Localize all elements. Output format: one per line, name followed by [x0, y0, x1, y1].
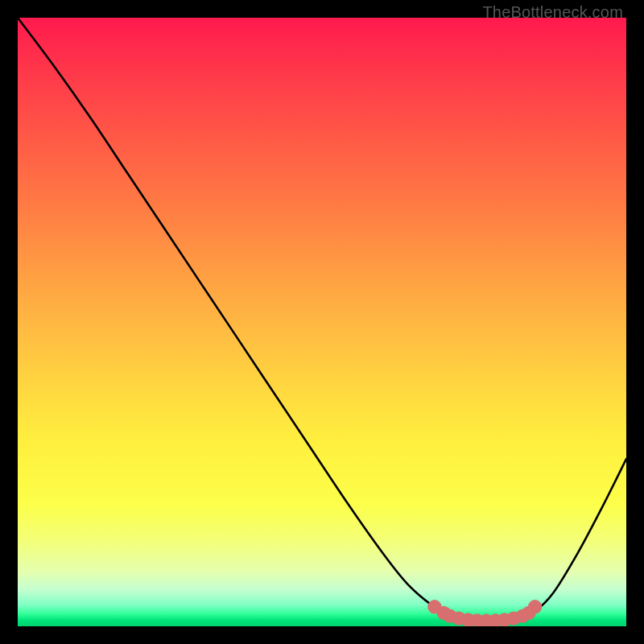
gradient-background: [18, 18, 626, 626]
chart-frame: [18, 18, 626, 626]
